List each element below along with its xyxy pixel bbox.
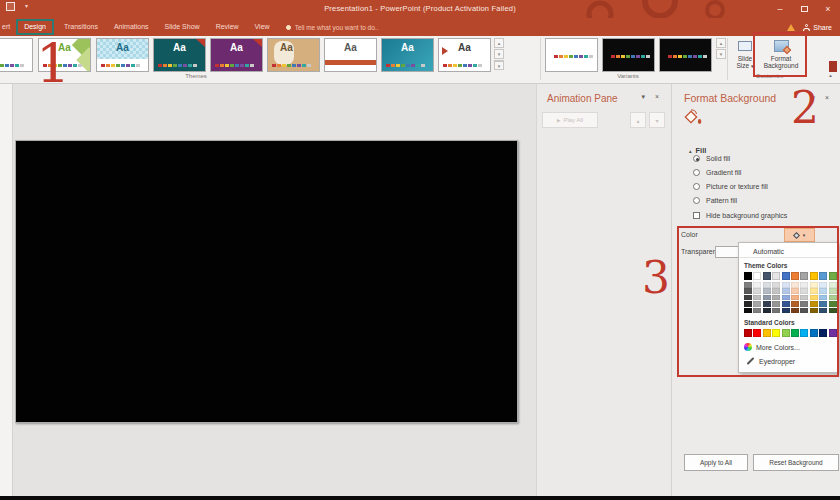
color-swatch[interactable] — [810, 329, 818, 337]
color-swatch[interactable] — [791, 301, 799, 307]
color-swatch[interactable] — [829, 288, 837, 294]
color-swatch[interactable] — [782, 295, 790, 301]
collapse-ribbon-icon[interactable]: ▴ — [829, 73, 832, 79]
move-later-button[interactable]: ▾ — [649, 112, 665, 128]
theme-thumbnail-ion-boardroom[interactable]: Aa — [210, 38, 263, 72]
pattern-fill-option[interactable]: Pattern fill — [693, 197, 737, 204]
hide-background-graphics-option[interactable]: Hide background graphics — [693, 212, 787, 219]
color-swatch[interactable] — [772, 272, 780, 280]
color-swatch[interactable] — [753, 295, 761, 301]
variants-down-button[interactable]: ▾ — [716, 49, 726, 59]
pane-close-icon[interactable]: × — [825, 94, 829, 101]
color-swatch[interactable] — [791, 272, 799, 280]
theme-thumbnail-organic[interactable]: Aa — [267, 38, 320, 72]
theme-thumbnail-wisp[interactable]: Aa — [438, 38, 491, 72]
pane-options-caret-icon[interactable]: ▾ — [641, 93, 645, 101]
color-swatch[interactable] — [782, 282, 790, 288]
color-swatch[interactable] — [810, 272, 818, 280]
automatic-color-item[interactable]: Automatic — [739, 246, 837, 258]
color-swatch[interactable] — [772, 329, 780, 337]
color-swatch[interactable] — [791, 295, 799, 301]
color-dropdown-button[interactable]: ▾ — [784, 228, 815, 242]
reset-background-button[interactable]: Reset Background — [753, 454, 839, 471]
color-swatch[interactable] — [800, 301, 808, 307]
tab-insert-partial[interactable]: ert — [0, 19, 14, 35]
color-swatch[interactable] — [744, 308, 752, 314]
theme-thumbnail-partial[interactable] — [0, 38, 33, 72]
color-swatch[interactable] — [810, 295, 818, 301]
color-swatch[interactable] — [800, 288, 808, 294]
color-swatch[interactable] — [800, 295, 808, 301]
color-swatch[interactable] — [791, 282, 799, 288]
eyedropper-item[interactable]: Eyedropper — [739, 355, 837, 367]
color-swatch[interactable] — [819, 272, 827, 280]
color-swatch[interactable] — [819, 308, 827, 314]
color-swatch[interactable] — [791, 308, 799, 314]
color-swatch[interactable] — [829, 272, 837, 280]
color-swatch[interactable] — [763, 295, 771, 301]
apply-to-all-button[interactable]: Apply to All — [684, 454, 748, 471]
color-swatch[interactable] — [763, 272, 771, 280]
variants-up-button[interactable]: ▴ — [716, 38, 726, 48]
color-swatch[interactable] — [763, 329, 771, 337]
color-swatch[interactable] — [800, 329, 808, 337]
picture-fill-option[interactable]: Picture or texture fill — [693, 183, 768, 190]
minimize-button[interactable]: – — [768, 0, 792, 18]
color-swatch[interactable] — [753, 282, 761, 288]
theme-thumbnail-facet[interactable]: Aa — [38, 38, 91, 72]
color-swatch[interactable] — [819, 282, 827, 288]
color-swatch[interactable] — [744, 272, 752, 280]
format-background-button[interactable]: Format Background — [758, 38, 804, 78]
slide-thumbnail-panel[interactable] — [0, 84, 13, 496]
color-swatch[interactable] — [782, 272, 790, 280]
color-swatch[interactable] — [819, 295, 827, 301]
color-swatch[interactable] — [753, 272, 761, 280]
color-swatch[interactable] — [782, 329, 790, 337]
pane-options-caret-icon[interactable]: ▾ — [811, 94, 815, 102]
color-swatch[interactable] — [744, 288, 752, 294]
theme-thumbnail-retrospect[interactable]: Aa — [324, 38, 377, 72]
tab-review[interactable]: Review — [208, 19, 247, 35]
color-swatch[interactable] — [829, 329, 837, 337]
color-swatch[interactable] — [782, 308, 790, 314]
color-swatch[interactable] — [772, 301, 780, 307]
color-swatch[interactable] — [772, 288, 780, 294]
gallery-up-button[interactable]: ▴ — [494, 38, 504, 48]
color-swatch[interactable] — [810, 308, 818, 314]
gallery-down-button[interactable]: ▾ — [494, 49, 504, 59]
fill-section-header[interactable]: ▴ Fill — [689, 146, 706, 155]
color-swatch[interactable] — [772, 308, 780, 314]
move-earlier-button[interactable]: ▴ — [630, 112, 646, 128]
close-button[interactable]: × — [816, 0, 840, 18]
tab-view[interactable]: View — [247, 19, 278, 35]
theme-thumbnail-slice[interactable]: Aa — [381, 38, 434, 72]
color-swatch[interactable] — [772, 295, 780, 301]
color-swatch[interactable] — [744, 295, 752, 301]
color-swatch[interactable] — [772, 282, 780, 288]
slide-size-button[interactable]: Slide Size ▾ — [730, 38, 760, 78]
color-swatch[interactable] — [800, 282, 808, 288]
tell-me-box[interactable]: Tell me what you want to do.. — [286, 24, 379, 31]
color-swatch[interactable] — [763, 288, 771, 294]
color-swatch[interactable] — [819, 301, 827, 307]
theme-thumbnail-integral[interactable]: Aa — [96, 38, 149, 72]
color-swatch[interactable] — [810, 301, 818, 307]
variant-thumbnail-white[interactable] — [545, 38, 598, 72]
color-swatch[interactable] — [791, 288, 799, 294]
color-swatch[interactable] — [744, 329, 752, 337]
color-swatch[interactable] — [744, 301, 752, 307]
color-swatch[interactable] — [763, 301, 771, 307]
color-swatch[interactable] — [819, 329, 827, 337]
color-swatch[interactable] — [810, 288, 818, 294]
color-swatch[interactable] — [782, 301, 790, 307]
color-swatch[interactable] — [829, 308, 837, 314]
color-swatch[interactable] — [753, 288, 761, 294]
variant-thumbnail-black-1[interactable] — [602, 38, 655, 72]
tab-transitions[interactable]: Transitions — [56, 19, 106, 35]
play-all-button[interactable]: ▶ Play All — [542, 112, 598, 128]
tab-slide-show[interactable]: Slide Show — [157, 19, 208, 35]
color-swatch[interactable] — [829, 301, 837, 307]
gradient-fill-option[interactable]: Gradient fill — [693, 169, 741, 176]
color-swatch[interactable] — [800, 272, 808, 280]
solid-fill-option[interactable]: Solid fill — [693, 155, 730, 162]
